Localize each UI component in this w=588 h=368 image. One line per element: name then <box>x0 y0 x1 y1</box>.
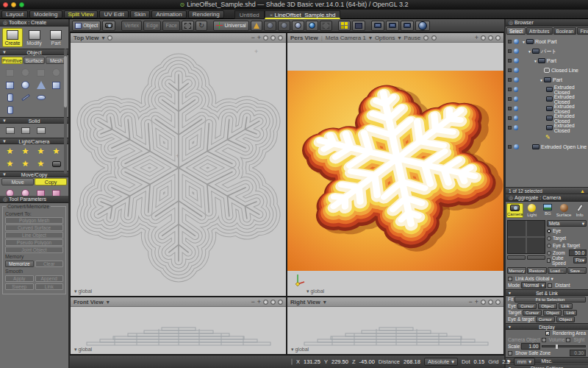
visibility-checkbox[interactable] <box>508 59 512 63</box>
ghost-tool-1-button[interactable] <box>264 21 276 31</box>
magnify-icon[interactable] <box>263 35 268 40</box>
warning-icon[interactable]: ▲ <box>580 188 585 194</box>
tree-item-extruded-5[interactable]: Extruded Closed <box>506 123 588 132</box>
load-button[interactable]: Load... <box>548 267 567 274</box>
navigation-ball-button[interactable] <box>415 21 430 31</box>
scrollbar-thumb[interactable] <box>64 56 67 107</box>
globe-view-button[interactable] <box>306 21 318 31</box>
ghost-tool-3-button[interactable] <box>320 21 332 31</box>
mode-part-button[interactable]: Part <box>46 28 66 47</box>
tree-item-part-jp[interactable]: ▼パート <box>506 46 588 56</box>
primitive-disc[interactable] <box>33 91 49 104</box>
section-display[interactable]: ▼Display <box>506 323 588 330</box>
tree-item-part-2[interactable]: ▼Part <box>506 75 588 85</box>
solid-tool-1[interactable] <box>2 124 18 137</box>
cube-speed-dropdown[interactable]: Fix▾ <box>573 257 587 263</box>
rendering-area-checkbox[interactable]: ✓ <box>545 331 550 336</box>
doc-tab-active[interactable]: ×LineOffset_Sample.shd <box>265 10 341 19</box>
tab-layout[interactable]: Layout <box>1 10 28 18</box>
visibility-checkbox[interactable] <box>508 40 512 43</box>
eye-cursor-button[interactable]: Cursor <box>517 303 537 309</box>
coordinate-mode-dropdown[interactable]: Absolute▾ <box>424 358 458 366</box>
convert-line-object-button[interactable]: Line Object <box>5 232 63 238</box>
tree-item-extruded-open-line[interactable]: Extruded Open Line <box>506 142 588 152</box>
eye-object-button[interactable]: Object <box>538 303 556 309</box>
tab-skin[interactable]: Skin <box>130 10 151 18</box>
tree-insertion-marker[interactable]: ✎ <box>506 132 588 142</box>
linear-light-tool[interactable]: ★ <box>2 158 18 170</box>
ambient-light-tool[interactable]: ★ <box>18 158 33 170</box>
camera-view-button[interactable] <box>386 21 399 31</box>
fit-view-icon[interactable] <box>495 300 501 305</box>
move-button[interactable]: Move <box>1 178 34 185</box>
aggregate-tab-surface[interactable]: Surface <box>556 203 572 218</box>
memory-button[interactable]: Memory <box>507 267 526 274</box>
browser-header[interactable]: ◎Browser <box>506 19 588 26</box>
options-menu[interactable]: Options <box>375 35 395 41</box>
pause-button[interactable]: Pause <box>404 35 420 41</box>
section-move-copy[interactable]: ▼Move/Copy <box>0 171 68 177</box>
smooth-link-button[interactable]: Link <box>35 283 64 290</box>
dropdown-icon[interactable]: ▾ <box>323 299 326 305</box>
cube-speed-row[interactable]: Cube SpeedFix▾ <box>547 257 587 263</box>
view-settings-gear-icon[interactable] <box>107 35 112 40</box>
visibility-checkbox[interactable] <box>508 78 512 82</box>
fit-view-icon[interactable] <box>495 35 501 40</box>
render-settings-gear-icon[interactable] <box>423 35 429 40</box>
front-view-coordinate-label[interactable]: ▾ global <box>74 347 92 353</box>
minimize-window-button[interactable] <box>11 2 16 7</box>
restore-button[interactable]: Restore <box>527 267 546 274</box>
tree-item-extruded-4[interactable]: Extruded Closed <box>506 113 588 123</box>
top-view-title[interactable]: Top View <box>74 35 98 41</box>
convert-pseudo-polygon-button[interactable]: Pseudo Polygon <box>5 239 63 246</box>
section-light-camera[interactable]: ▼Light/Camera <box>0 138 68 144</box>
visibility-checkbox[interactable] <box>508 68 512 72</box>
clear-button[interactable]: Clear <box>35 261 64 267</box>
browser-tab-attributes[interactable]: Attributes <box>526 27 552 35</box>
zoom-in-button[interactable]: + <box>257 34 261 41</box>
zoom-out-button[interactable]: − <box>468 298 472 305</box>
render-toggle-icon[interactable] <box>514 49 519 54</box>
mirror-tool[interactable] <box>49 187 64 196</box>
camera-selector[interactable]: Meta Camera 1 <box>326 35 366 41</box>
primitive-line[interactable] <box>18 91 33 104</box>
point-light-tool[interactable]: ★ <box>2 145 18 158</box>
single-view-button[interactable] <box>371 21 384 31</box>
translate-tool[interactable] <box>2 187 18 196</box>
smooth-sweep-button[interactable]: Sweep <box>5 283 34 290</box>
visibility-checkbox[interactable] <box>508 88 512 91</box>
pan-icon[interactable] <box>270 300 276 305</box>
right-view-title[interactable]: Right View <box>290 299 320 305</box>
tree-item-extruded-2[interactable]: Extruded Closed <box>506 94 588 104</box>
right-view-coordinate-label[interactable]: ▾ global <box>291 347 309 353</box>
camera-preview-thumbnail[interactable] <box>507 220 545 254</box>
primitive-capsule[interactable] <box>2 104 18 116</box>
distant-light-tool[interactable]: ★ <box>33 145 49 158</box>
smooth-apply-button[interactable]: Apply <box>5 275 34 282</box>
convert-polygon-mesh-button[interactable]: Polygon Mesh <box>5 217 63 224</box>
safe-zone-value-field[interactable]: 0.30 <box>570 350 586 356</box>
scale-tool[interactable] <box>33 187 49 196</box>
eye-target-object-button[interactable]: Object <box>556 316 575 322</box>
sphere-tool-button[interactable] <box>292 21 304 31</box>
visibility-checkbox[interactable] <box>508 97 512 101</box>
convert-curved-surface-button[interactable]: Curved Surface <box>5 224 63 231</box>
sight-checkbox[interactable] <box>566 338 570 342</box>
visibility-checkbox[interactable] <box>508 126 512 130</box>
wireframe-toggle-button[interactable] <box>338 21 351 31</box>
dropdown-icon[interactable]: ▾ <box>107 299 110 305</box>
tab-animation[interactable]: Animation <box>151 10 187 18</box>
aggregate-tab-bg[interactable]: BG <box>540 203 556 218</box>
browser-tab-select[interactable]: Select <box>506 27 526 35</box>
scale-slider[interactable] <box>542 345 586 347</box>
close-tab-icon[interactable]: × <box>270 12 273 18</box>
distant-checkbox[interactable] <box>548 283 552 288</box>
browser-tab-boolean[interactable]: Boolean <box>553 27 577 35</box>
smooth-append-button[interactable]: Append <box>35 275 64 282</box>
pan-icon[interactable] <box>481 35 486 40</box>
mode-create-button[interactable]: Create <box>2 28 23 47</box>
doc-tab-untitled[interactable]: Untitled <box>234 10 265 19</box>
scale-value-field[interactable]: 1.00 <box>521 343 540 350</box>
face-mode-button[interactable]: Face <box>162 21 180 31</box>
thumbnail-button-1[interactable] <box>507 255 526 260</box>
